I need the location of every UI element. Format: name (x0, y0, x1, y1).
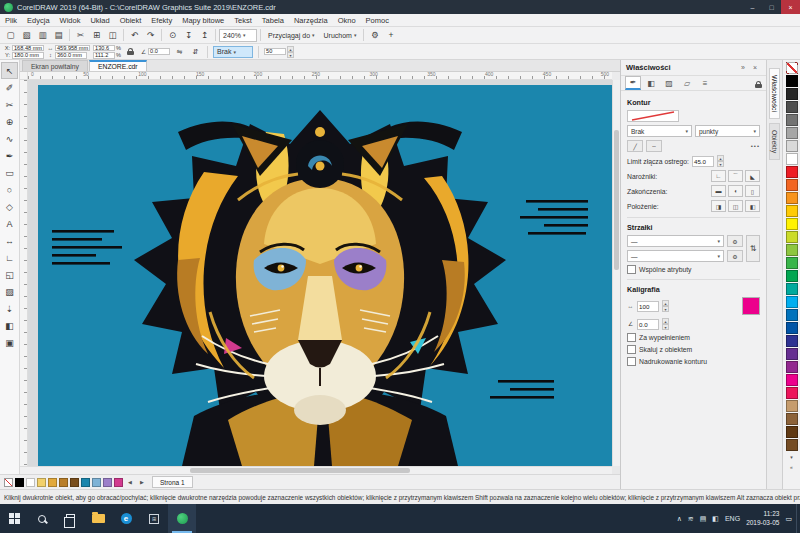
menu-widok[interactable]: Widok (55, 14, 86, 27)
start-button[interactable] (0, 504, 28, 533)
stretch-field[interactable]: 100 (637, 301, 659, 312)
snap-to-combo[interactable]: Przyciągaj do ▾ (264, 29, 319, 42)
palette-swatch[interactable] (786, 283, 798, 295)
overprint-outline-checkbox[interactable] (627, 357, 636, 366)
browser-button[interactable]: e (112, 504, 140, 533)
palette-swatch[interactable] (786, 218, 798, 230)
more-options-button[interactable]: ••• (751, 143, 760, 149)
coreldraw-taskbar-button[interactable] (168, 504, 196, 533)
bevel-corner-button[interactable]: ◣ (745, 170, 760, 182)
cut-button[interactable]: ✂ (73, 28, 88, 43)
outline-section-tab[interactable]: ✒ (625, 76, 641, 90)
freehand-tool[interactable]: ∿ (1, 130, 18, 147)
horizontal-ruler[interactable]: 050100150200250300350400450500 (28, 72, 612, 80)
drop-shadow-tool[interactable]: ◱ (1, 266, 18, 283)
zoom-tool[interactable]: ⊕ (1, 113, 18, 130)
miter-limit-spinner[interactable]: ▴▾ (717, 155, 724, 167)
previous-page-button[interactable]: ◀ (125, 477, 135, 488)
palette-swatch[interactable] (786, 348, 798, 360)
menu-edycja[interactable]: Edycja (22, 14, 55, 27)
redo-button[interactable]: ↷ (143, 28, 158, 43)
palette-swatch[interactable] (786, 75, 798, 87)
palette-swatch[interactable] (786, 257, 798, 269)
shape-tool[interactable]: ✐ (1, 79, 18, 96)
document-swatch[interactable] (103, 478, 112, 487)
object-height-field[interactable]: 360.0 mm (55, 52, 87, 59)
summary-section-tab[interactable]: ≡ (697, 76, 713, 90)
copy-button[interactable]: ⊞ (89, 28, 104, 43)
palette-swatch[interactable] (786, 166, 798, 178)
outline-units-combo[interactable]: punkty ▾ (695, 125, 760, 137)
parallel-dimension-tool[interactable]: ↔ (1, 232, 18, 249)
y-position-field[interactable]: 180.0 mm (12, 52, 44, 59)
start-arrowhead-options-button[interactable]: ⚙ (727, 235, 743, 247)
transparency-tool[interactable]: ▨ (1, 283, 18, 300)
document-swatch[interactable] (48, 478, 57, 487)
square-cap-button[interactable]: ▬ (711, 185, 726, 197)
polygon-tool[interactable]: ◇ (1, 198, 18, 215)
show-desktop-button[interactable] (796, 504, 800, 533)
outside-position-button[interactable]: ◨ (711, 200, 726, 212)
menu-uklad[interactable]: Układ (85, 14, 114, 27)
steps-spinner[interactable]: ▴▾ (287, 46, 294, 58)
stretch-spinner[interactable]: ▴▾ (662, 300, 669, 312)
round-corner-button[interactable]: ⌒ (728, 170, 743, 182)
save-button[interactable]: ▥ (35, 28, 50, 43)
document-swatch[interactable] (92, 478, 101, 487)
menu-okno[interactable]: Okno (333, 14, 361, 27)
palette-swatch[interactable] (786, 439, 798, 451)
tray-expand-button[interactable]: ∧ (677, 515, 682, 523)
dash-style-button[interactable]: ╌ (646, 140, 662, 152)
palette-swatch[interactable] (786, 322, 798, 334)
nib-angle-spinner[interactable]: ▴▾ (662, 318, 669, 330)
export-button[interactable]: ↥ (197, 28, 212, 43)
line-style-button[interactable]: ╱ (627, 140, 643, 152)
open-button[interactable]: ▧ (19, 28, 34, 43)
palette-swatch[interactable] (786, 205, 798, 217)
behind-fill-checkbox[interactable] (627, 333, 636, 342)
lock-ratio-button[interactable] (124, 45, 137, 58)
artistic-media-tool[interactable]: ✒ (1, 147, 18, 164)
start-arrowhead-combo[interactable]: — ▾ (627, 235, 724, 247)
mirror-vertical-button[interactable]: ⇵ (189, 45, 202, 58)
document-swatch[interactable] (59, 478, 68, 487)
no-color-swatch[interactable] (786, 62, 798, 74)
nib-angle-field[interactable]: 0.0 (637, 319, 659, 330)
palette-swatch[interactable] (786, 309, 798, 321)
docker-lock-button[interactable] (755, 78, 762, 88)
x-position-field[interactable]: 168.48 mm (12, 45, 44, 52)
document-swatch[interactable] (81, 478, 90, 487)
steps-field[interactable]: 50 (264, 48, 286, 55)
nib-shape-preview[interactable] (742, 297, 760, 315)
share-attributes-checkbox[interactable] (627, 265, 636, 274)
eyedropper-tool[interactable]: ⇣ (1, 300, 18, 317)
line-style-preview[interactable] (627, 110, 679, 122)
palette-swatch[interactable] (786, 88, 798, 100)
print-button[interactable]: ▤ (51, 28, 66, 43)
object-width-field[interactable]: 459.958 mm (55, 45, 90, 52)
menu-plik[interactable]: Plik (0, 14, 22, 27)
language-indicator[interactable]: ENG (725, 515, 740, 522)
palette-swatch[interactable] (786, 140, 798, 152)
mirror-horizontal-button[interactable]: ⇋ (173, 45, 186, 58)
store-button[interactable]: ⊞ (140, 504, 168, 533)
canvas-artwork[interactable] (28, 80, 612, 466)
document-swatch[interactable] (26, 478, 35, 487)
objects-docker-tab[interactable]: Obiekty (769, 123, 780, 160)
palette-swatch[interactable] (786, 400, 798, 412)
pick-tool[interactable]: ↖ (1, 62, 18, 79)
palette-swatch[interactable] (786, 114, 798, 126)
palette-swatch[interactable] (786, 335, 798, 347)
task-view-button[interactable] (56, 504, 84, 533)
menu-tabela[interactable]: Tabela (257, 14, 289, 27)
palette-flyout-button[interactable]: « (786, 462, 798, 472)
interactive-fill-tool[interactable]: ◧ (1, 317, 18, 334)
taskbar-clock[interactable]: 11:23 2019-03-05 (746, 510, 779, 528)
next-page-button[interactable]: ▶ (137, 477, 147, 488)
palette-swatch[interactable] (786, 413, 798, 425)
undo-button[interactable]: ↶ (127, 28, 142, 43)
ellipse-tool[interactable]: ○ (1, 181, 18, 198)
menu-narzedzia[interactable]: Narzędzia (289, 14, 333, 27)
miter-corner-button[interactable]: ∟ (711, 170, 726, 182)
transparency-section-tab[interactable]: ▨ (661, 76, 677, 90)
